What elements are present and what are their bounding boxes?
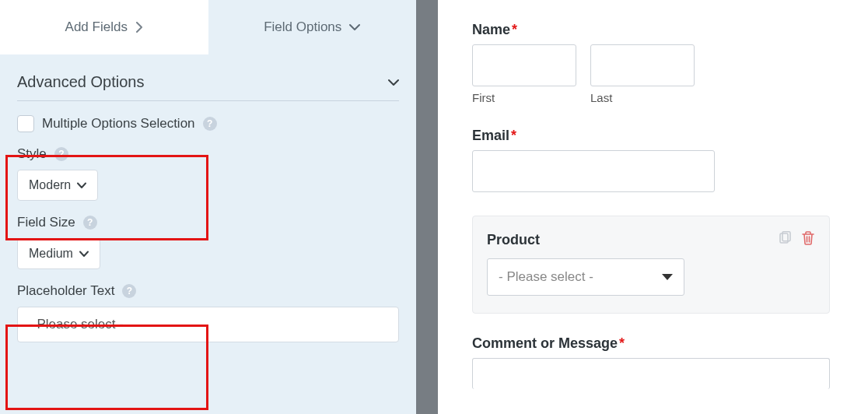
style-select[interactable]: Modern [17, 170, 98, 201]
email-field-label: Email* [472, 128, 834, 144]
option-placeholder-text: Placeholder Text ? [0, 269, 416, 342]
last-name-input[interactable] [590, 44, 695, 86]
comment-textarea[interactable] [472, 358, 830, 389]
caret-down-icon [662, 274, 673, 280]
comment-label-text: Comment or Message [472, 335, 618, 351]
product-actions [778, 230, 815, 249]
chevron-right-icon [135, 22, 143, 33]
panel-gutter [416, 0, 438, 414]
chevron-down-icon [349, 23, 360, 31]
duplicate-icon[interactable] [778, 231, 792, 248]
multiple-selection-checkbox[interactable] [17, 115, 34, 132]
option-field-size: Field Size ? Medium [0, 201, 416, 269]
last-sublabel: Last [590, 91, 695, 104]
help-icon[interactable]: ? [203, 117, 217, 131]
chevron-down-icon [388, 79, 399, 86]
product-field-label: Product [487, 232, 540, 248]
section-advanced-options[interactable]: Advanced Options [0, 54, 416, 100]
first-sublabel: First [472, 91, 576, 104]
help-icon[interactable]: ? [83, 216, 97, 230]
chevron-down-icon [79, 251, 89, 258]
comment-field-label: Comment or Message* [472, 335, 834, 352]
field-size-select[interactable]: Medium [17, 238, 100, 269]
left-panel: Add Fields Field Options Advanced Option… [0, 0, 416, 414]
style-value: Modern [29, 178, 71, 192]
field-size-label: Field Size [17, 215, 75, 230]
chevron-down-icon [77, 182, 86, 189]
style-label: Style [17, 146, 47, 162]
tab-add-fields-label: Add Fields [65, 19, 128, 35]
required-asterisk: * [511, 128, 516, 143]
tab-add-fields[interactable]: Add Fields [0, 0, 208, 54]
multiple-selection-label: Multiple Options Selection [42, 116, 195, 132]
tab-field-options[interactable]: Field Options [208, 0, 417, 54]
section-title: Advanced Options [17, 73, 144, 91]
email-label-text: Email [472, 128, 509, 143]
email-input[interactable] [472, 150, 715, 192]
required-asterisk: * [619, 335, 625, 351]
required-asterisk: * [512, 22, 517, 37]
form-preview-panel: Name* First Last Email* Product [438, 0, 868, 414]
trash-icon[interactable] [801, 230, 815, 249]
name-field-group: First Last [472, 44, 834, 104]
product-placeholder: - Please select - [499, 269, 593, 285]
placeholder-text-label: Placeholder Text [17, 283, 114, 299]
tabs: Add Fields Field Options [0, 0, 416, 54]
name-field-label: Name* [472, 22, 834, 38]
tab-field-options-label: Field Options [264, 19, 341, 35]
field-size-value: Medium [29, 247, 73, 261]
help-icon[interactable]: ? [122, 284, 136, 298]
help-icon[interactable]: ? [54, 147, 68, 161]
product-field-block[interactable]: Product - Please select - [472, 216, 830, 314]
placeholder-text-input[interactable] [17, 307, 399, 342]
option-multiple-selection: Multiple Options Selection ? [0, 101, 416, 132]
product-select[interactable]: - Please select - [487, 258, 684, 296]
option-style: Style ? Modern [0, 132, 416, 201]
first-name-input[interactable] [472, 44, 576, 86]
name-label-text: Name [472, 22, 510, 37]
